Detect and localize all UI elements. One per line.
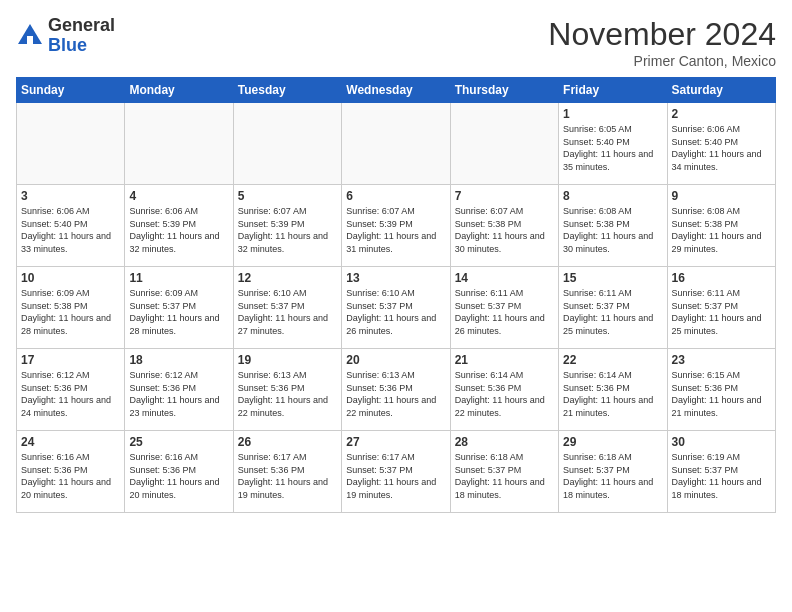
calendar-cell: 29Sunrise: 6:18 AMSunset: 5:37 PMDayligh… [559,431,667,513]
weekday-header-row: SundayMondayTuesdayWednesdayThursdayFrid… [17,78,776,103]
calendar-cell: 27Sunrise: 6:17 AMSunset: 5:37 PMDayligh… [342,431,450,513]
calendar-cell: 12Sunrise: 6:10 AMSunset: 5:37 PMDayligh… [233,267,341,349]
calendar-cell: 8Sunrise: 6:08 AMSunset: 5:38 PMDaylight… [559,185,667,267]
calendar-table: SundayMondayTuesdayWednesdayThursdayFrid… [16,77,776,513]
day-info: Sunrise: 6:10 AMSunset: 5:37 PMDaylight:… [346,287,445,337]
day-info: Sunrise: 6:12 AMSunset: 5:36 PMDaylight:… [21,369,120,419]
day-info: Sunrise: 6:08 AMSunset: 5:38 PMDaylight:… [563,205,662,255]
day-info: Sunrise: 6:16 AMSunset: 5:36 PMDaylight:… [129,451,228,501]
calendar-cell: 28Sunrise: 6:18 AMSunset: 5:37 PMDayligh… [450,431,558,513]
day-number: 5 [238,189,337,203]
calendar-week-row: 24Sunrise: 6:16 AMSunset: 5:36 PMDayligh… [17,431,776,513]
day-number: 12 [238,271,337,285]
calendar-cell: 19Sunrise: 6:13 AMSunset: 5:36 PMDayligh… [233,349,341,431]
calendar-cell [342,103,450,185]
day-info: Sunrise: 6:17 AMSunset: 5:36 PMDaylight:… [238,451,337,501]
day-info: Sunrise: 6:11 AMSunset: 5:37 PMDaylight:… [455,287,554,337]
day-number: 16 [672,271,771,285]
day-number: 27 [346,435,445,449]
day-number: 3 [21,189,120,203]
calendar-cell: 26Sunrise: 6:17 AMSunset: 5:36 PMDayligh… [233,431,341,513]
day-number: 7 [455,189,554,203]
day-number: 4 [129,189,228,203]
calendar-cell: 20Sunrise: 6:13 AMSunset: 5:36 PMDayligh… [342,349,450,431]
calendar-body: 1Sunrise: 6:05 AMSunset: 5:40 PMDaylight… [17,103,776,513]
day-number: 24 [21,435,120,449]
calendar-cell: 24Sunrise: 6:16 AMSunset: 5:36 PMDayligh… [17,431,125,513]
day-number: 22 [563,353,662,367]
weekday-header-cell: Saturday [667,78,775,103]
calendar-cell: 21Sunrise: 6:14 AMSunset: 5:36 PMDayligh… [450,349,558,431]
day-number: 2 [672,107,771,121]
page-header: General Blue November 2024 Primer Canton… [16,16,776,69]
calendar-cell: 15Sunrise: 6:11 AMSunset: 5:37 PMDayligh… [559,267,667,349]
day-info: Sunrise: 6:18 AMSunset: 5:37 PMDaylight:… [455,451,554,501]
day-number: 8 [563,189,662,203]
day-info: Sunrise: 6:19 AMSunset: 5:37 PMDaylight:… [672,451,771,501]
svg-rect-1 [27,36,33,44]
day-info: Sunrise: 6:08 AMSunset: 5:38 PMDaylight:… [672,205,771,255]
day-info: Sunrise: 6:12 AMSunset: 5:36 PMDaylight:… [129,369,228,419]
calendar-cell: 22Sunrise: 6:14 AMSunset: 5:36 PMDayligh… [559,349,667,431]
day-info: Sunrise: 6:14 AMSunset: 5:36 PMDaylight:… [455,369,554,419]
weekday-header-cell: Thursday [450,78,558,103]
calendar-cell: 23Sunrise: 6:15 AMSunset: 5:36 PMDayligh… [667,349,775,431]
day-info: Sunrise: 6:09 AMSunset: 5:37 PMDaylight:… [129,287,228,337]
day-number: 21 [455,353,554,367]
weekday-header-cell: Sunday [17,78,125,103]
day-info: Sunrise: 6:18 AMSunset: 5:37 PMDaylight:… [563,451,662,501]
day-number: 14 [455,271,554,285]
day-number: 20 [346,353,445,367]
calendar-cell: 13Sunrise: 6:10 AMSunset: 5:37 PMDayligh… [342,267,450,349]
day-number: 18 [129,353,228,367]
day-info: Sunrise: 6:14 AMSunset: 5:36 PMDaylight:… [563,369,662,419]
calendar-cell: 9Sunrise: 6:08 AMSunset: 5:38 PMDaylight… [667,185,775,267]
calendar-cell [233,103,341,185]
logo: General Blue [16,16,115,56]
day-number: 28 [455,435,554,449]
calendar-cell: 5Sunrise: 6:07 AMSunset: 5:39 PMDaylight… [233,185,341,267]
day-number: 10 [21,271,120,285]
day-info: Sunrise: 6:10 AMSunset: 5:37 PMDaylight:… [238,287,337,337]
day-number: 1 [563,107,662,121]
logo-general-text: General [48,15,115,35]
day-info: Sunrise: 6:06 AMSunset: 5:39 PMDaylight:… [129,205,228,255]
calendar-cell: 14Sunrise: 6:11 AMSunset: 5:37 PMDayligh… [450,267,558,349]
weekday-header-cell: Friday [559,78,667,103]
calendar-cell: 7Sunrise: 6:07 AMSunset: 5:38 PMDaylight… [450,185,558,267]
calendar-cell: 6Sunrise: 6:07 AMSunset: 5:39 PMDaylight… [342,185,450,267]
weekday-header-cell: Tuesday [233,78,341,103]
day-info: Sunrise: 6:07 AMSunset: 5:38 PMDaylight:… [455,205,554,255]
day-info: Sunrise: 6:09 AMSunset: 5:38 PMDaylight:… [21,287,120,337]
calendar-cell: 17Sunrise: 6:12 AMSunset: 5:36 PMDayligh… [17,349,125,431]
calendar-cell: 11Sunrise: 6:09 AMSunset: 5:37 PMDayligh… [125,267,233,349]
day-info: Sunrise: 6:13 AMSunset: 5:36 PMDaylight:… [238,369,337,419]
title-block: November 2024 Primer Canton, Mexico [548,16,776,69]
day-number: 19 [238,353,337,367]
calendar-cell: 18Sunrise: 6:12 AMSunset: 5:36 PMDayligh… [125,349,233,431]
calendar-cell: 16Sunrise: 6:11 AMSunset: 5:37 PMDayligh… [667,267,775,349]
day-number: 6 [346,189,445,203]
day-number: 15 [563,271,662,285]
day-info: Sunrise: 6:11 AMSunset: 5:37 PMDaylight:… [672,287,771,337]
calendar-week-row: 17Sunrise: 6:12 AMSunset: 5:36 PMDayligh… [17,349,776,431]
calendar-cell: 1Sunrise: 6:05 AMSunset: 5:40 PMDaylight… [559,103,667,185]
day-info: Sunrise: 6:05 AMSunset: 5:40 PMDaylight:… [563,123,662,173]
calendar-cell: 25Sunrise: 6:16 AMSunset: 5:36 PMDayligh… [125,431,233,513]
day-info: Sunrise: 6:06 AMSunset: 5:40 PMDaylight:… [21,205,120,255]
weekday-header-cell: Monday [125,78,233,103]
calendar-cell [450,103,558,185]
day-info: Sunrise: 6:07 AMSunset: 5:39 PMDaylight:… [346,205,445,255]
day-number: 17 [21,353,120,367]
day-number: 26 [238,435,337,449]
day-info: Sunrise: 6:17 AMSunset: 5:37 PMDaylight:… [346,451,445,501]
day-number: 9 [672,189,771,203]
day-info: Sunrise: 6:16 AMSunset: 5:36 PMDaylight:… [21,451,120,501]
calendar-cell: 2Sunrise: 6:06 AMSunset: 5:40 PMDaylight… [667,103,775,185]
day-number: 25 [129,435,228,449]
weekday-header-cell: Wednesday [342,78,450,103]
calendar-cell: 30Sunrise: 6:19 AMSunset: 5:37 PMDayligh… [667,431,775,513]
logo-blue-text: Blue [48,35,87,55]
day-number: 11 [129,271,228,285]
day-info: Sunrise: 6:06 AMSunset: 5:40 PMDaylight:… [672,123,771,173]
